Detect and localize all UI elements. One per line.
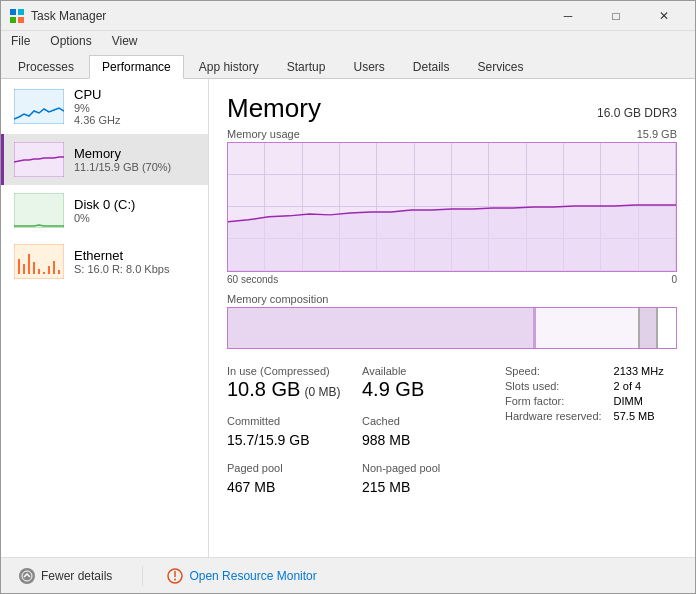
tab-app-history[interactable]: App history — [186, 55, 272, 78]
stats-section: In use (Compressed) 10.8 GB (0 MB) Avail… — [227, 363, 677, 503]
main-title: Memory — [227, 93, 321, 124]
sidebar: CPU 9% 4.36 GHz Memory 11.1/15.9 GB (70%… — [1, 79, 209, 557]
left-stats: In use (Compressed) 10.8 GB (0 MB) Avail… — [227, 363, 497, 503]
right-stats: Speed: 2133 MHz Slots used: 2 of 4 Form … — [497, 363, 677, 503]
stat-available: Available 4.9 GB — [362, 363, 497, 409]
chart-section-label: Memory usage 15.9 GB — [227, 128, 677, 140]
open-resource-label: Open Resource Monitor — [189, 569, 316, 583]
fewer-details-button[interactable]: Fewer details — [13, 564, 118, 588]
app-icon — [9, 8, 25, 24]
slots-value: 2 of 4 — [614, 380, 677, 392]
sidebar-item-disk[interactable]: Disk 0 (C:) 0% — [1, 185, 208, 236]
time-end-label: 0 — [671, 274, 677, 285]
svg-rect-2 — [10, 17, 16, 23]
disk-info: Disk 0 (C:) 0% — [74, 197, 198, 224]
sidebar-item-ethernet[interactable]: Ethernet S: 16.0 R: 8.0 Kbps — [1, 236, 208, 287]
paged-label: Paged pool — [227, 462, 362, 474]
menu-file[interactable]: File — [5, 32, 36, 50]
bottom-divider — [142, 566, 143, 586]
sidebar-item-cpu[interactable]: CPU 9% 4.36 GHz — [1, 79, 208, 134]
slots-label: Slots used: — [505, 380, 602, 392]
stat-in-use: In use (Compressed) 10.8 GB (0 MB) — [227, 363, 362, 409]
resource-monitor-icon — [167, 568, 183, 584]
memory-mini-chart — [14, 142, 64, 177]
right-stats-grid: Speed: 2133 MHz Slots used: 2 of 4 Form … — [505, 365, 677, 422]
available-label: Available — [362, 365, 497, 377]
svg-rect-8 — [14, 193, 64, 228]
stat-paged: Paged pool 467 MB — [227, 460, 362, 503]
hw-label: Hardware reserved: — [505, 410, 602, 422]
main-header: Memory 16.0 GB DDR3 — [227, 93, 677, 124]
close-button[interactable]: ✕ — [641, 1, 687, 31]
menu-options[interactable]: Options — [44, 32, 97, 50]
svg-point-25 — [174, 578, 176, 580]
tab-users[interactable]: Users — [340, 55, 397, 78]
svg-rect-1 — [18, 9, 24, 15]
composition-seg2 — [640, 308, 656, 348]
speed-label: Speed: — [505, 365, 602, 377]
window-title: Task Manager — [31, 9, 106, 23]
cpu-name: CPU — [74, 87, 198, 102]
open-resource-monitor-link[interactable]: Open Resource Monitor — [167, 568, 316, 584]
available-value: 4.9 GB — [362, 378, 497, 401]
cpu-value2: 4.36 GHz — [74, 114, 198, 126]
tab-performance[interactable]: Performance — [89, 55, 184, 79]
stat-nonpaged: Non-paged pool 215 MB — [362, 460, 497, 503]
tab-bar: Processes Performance App history Startu… — [1, 51, 695, 79]
title-controls: ─ □ ✕ — [545, 1, 687, 31]
committed-value: 15.7/15.9 GB — [227, 428, 362, 448]
disk-mini-chart — [14, 193, 64, 228]
menu-view[interactable]: View — [106, 32, 144, 50]
committed-label: Committed — [227, 415, 362, 427]
tab-services[interactable]: Services — [465, 55, 537, 78]
svg-point-22 — [22, 571, 32, 581]
tab-processes[interactable]: Processes — [5, 55, 87, 78]
composition-free — [658, 308, 676, 348]
nonpaged-label: Non-paged pool — [362, 462, 497, 474]
disk-name: Disk 0 (C:) — [74, 197, 198, 212]
content-area: CPU 9% 4.36 GHz Memory 11.1/15.9 GB (70%… — [1, 79, 695, 557]
stats-row2: Committed 15.7/15.9 GB Cached 988 MB — [227, 413, 497, 456]
composition-in-use — [228, 308, 533, 348]
ethernet-value: S: 16.0 R: 8.0 Kbps — [74, 263, 198, 275]
cpu-mini-chart — [14, 89, 64, 124]
svg-rect-0 — [10, 9, 16, 15]
cpu-value1: 9% — [74, 102, 198, 114]
stat-cached: Cached 988 MB — [362, 413, 497, 456]
nonpaged-value: 215 MB — [362, 475, 497, 495]
in-use-value: 10.8 GB — [227, 378, 300, 401]
hw-value: 57.5 MB — [614, 410, 677, 422]
maximize-button[interactable]: □ — [593, 1, 639, 31]
ethernet-info: Ethernet S: 16.0 R: 8.0 Kbps — [74, 248, 198, 275]
ethernet-name: Ethernet — [74, 248, 198, 263]
memory-composition-chart — [227, 307, 677, 349]
cpu-info: CPU 9% 4.36 GHz — [74, 87, 198, 126]
main-subtitle: 16.0 GB DDR3 — [597, 106, 677, 120]
stats-row1: In use (Compressed) 10.8 GB (0 MB) Avail… — [227, 363, 497, 409]
form-value: DIMM — [614, 395, 677, 407]
sidebar-item-memory[interactable]: Memory 11.1/15.9 GB (70%) — [1, 134, 208, 185]
tab-startup[interactable]: Startup — [274, 55, 339, 78]
chart-time-labels: 60 seconds 0 — [227, 274, 677, 285]
memory-info: Memory 11.1/15.9 GB (70%) — [74, 146, 198, 173]
bottom-bar: Fewer details Open Resource Monitor — [1, 557, 695, 593]
menu-bar: File Options View — [1, 31, 695, 51]
form-label: Form factor: — [505, 395, 602, 407]
fewer-details-icon — [19, 568, 35, 584]
cached-label: Cached — [362, 415, 497, 427]
composition-label: Memory composition — [227, 293, 677, 305]
memory-line-chart — [228, 143, 676, 271]
tab-details[interactable]: Details — [400, 55, 463, 78]
minimize-button[interactable]: ─ — [545, 1, 591, 31]
paged-value: 467 MB — [227, 475, 362, 495]
fewer-details-label: Fewer details — [41, 569, 112, 583]
svg-rect-3 — [18, 17, 24, 23]
in-use-label: In use (Compressed) — [227, 365, 362, 377]
memory-usage-chart — [227, 142, 677, 272]
time-start-label: 60 seconds — [227, 274, 278, 285]
ethernet-mini-chart — [14, 244, 64, 279]
memory-name: Memory — [74, 146, 198, 161]
disk-value: 0% — [74, 212, 198, 224]
stats-row3: Paged pool 467 MB Non-paged pool 215 MB — [227, 460, 497, 503]
main-panel: Memory 16.0 GB DDR3 Memory usage 15.9 GB — [209, 79, 695, 557]
